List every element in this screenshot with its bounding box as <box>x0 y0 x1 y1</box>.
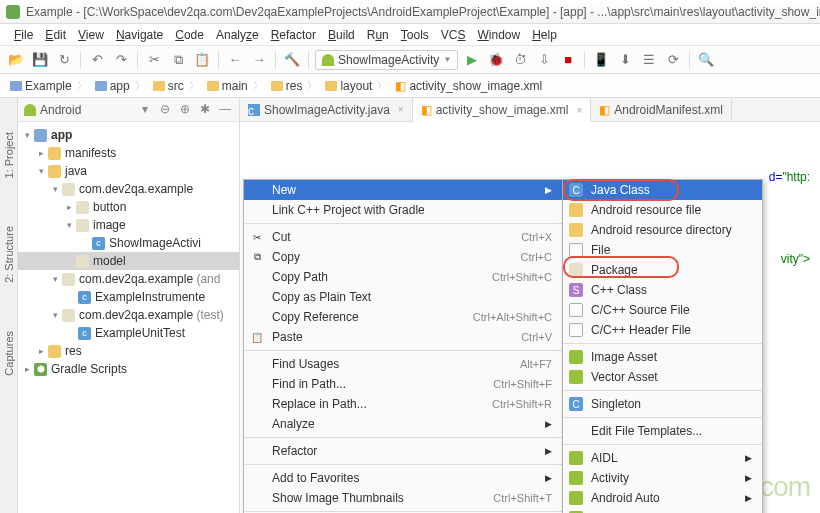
sub-folder[interactable]: Folder▶ <box>563 508 762 513</box>
sub-android-resource-dir[interactable]: Android resource directory <box>563 220 762 240</box>
tree-app[interactable]: ▾app <box>18 126 239 144</box>
sub-vector-asset[interactable]: Vector Asset <box>563 367 762 387</box>
panel-hide-icon[interactable]: — <box>217 102 233 118</box>
crumb-src[interactable]: src〉 <box>149 79 203 93</box>
run-icon[interactable]: ▶ <box>462 50 482 70</box>
ctx-refactor[interactable]: Refactor▶ <box>244 441 562 461</box>
panel-collapse-icon[interactable]: ⊖ <box>157 102 173 118</box>
tab-showimageactivity[interactable]: cShowImageActivity.java× <box>240 98 413 121</box>
avd-icon[interactable]: 📱 <box>591 50 611 70</box>
ctx-findinpath[interactable]: Find in Path...Ctrl+Shift+F <box>244 374 562 394</box>
ctx-copyplain[interactable]: Copy as Plain Text <box>244 287 562 307</box>
ctx-cut[interactable]: ✂CutCtrl+X <box>244 227 562 247</box>
tree-manifests[interactable]: ▸manifests <box>18 144 239 162</box>
tab-activity-show-image[interactable]: ◧activity_show_image.xml× <box>413 99 592 122</box>
tree-model[interactable]: model <box>18 252 239 270</box>
run-config-selector[interactable]: ShowImageActivity ▼ <box>315 50 458 70</box>
sub-singleton[interactable]: CSingleton <box>563 394 762 414</box>
menu-refactor[interactable]: Refactor <box>265 26 322 44</box>
cut-icon[interactable]: ✂ <box>144 50 164 70</box>
crumb-app[interactable]: app〉 <box>91 79 149 93</box>
menu-run[interactable]: Run <box>361 26 395 44</box>
panel-dropdown-icon[interactable]: ▾ <box>137 102 153 118</box>
menu-help[interactable]: Help <box>526 26 563 44</box>
menu-window[interactable]: Window <box>471 26 526 44</box>
ctx-findusages[interactable]: Find UsagesAlt+F7 <box>244 354 562 374</box>
crumb-main[interactable]: main〉 <box>203 79 267 93</box>
ctx-copyref[interactable]: Copy ReferenceCtrl+Alt+Shift+C <box>244 307 562 327</box>
menu-navigate[interactable]: Navigate <box>110 26 169 44</box>
tree-pkg2[interactable]: ▾com.dev2qa.example (and <box>18 270 239 288</box>
ctx-new[interactable]: New▶ <box>244 180 562 200</box>
attach-icon[interactable]: ⇩ <box>534 50 554 70</box>
crumb-example[interactable]: Example〉 <box>6 79 91 93</box>
gutter-project[interactable]: 1: Project <box>2 128 16 182</box>
gutter-captures[interactable]: Captures <box>2 327 16 380</box>
tree-res[interactable]: ▸res <box>18 342 239 360</box>
sub-image-asset[interactable]: Image Asset <box>563 347 762 367</box>
sub-java-class[interactable]: CJava Class <box>563 180 762 200</box>
sub-aidl[interactable]: AIDL▶ <box>563 448 762 468</box>
back-icon[interactable]: ← <box>225 50 245 70</box>
panel-gear-icon[interactable]: ✱ <box>197 102 213 118</box>
undo-icon[interactable]: ↶ <box>87 50 107 70</box>
profile-icon[interactable]: ⏱ <box>510 50 530 70</box>
gutter-structure[interactable]: 2: Structure <box>2 222 16 287</box>
sync-icon[interactable]: ↻ <box>54 50 74 70</box>
search-icon[interactable]: 🔍 <box>696 50 716 70</box>
ctx-copypath[interactable]: Copy PathCtrl+Shift+C <box>244 267 562 287</box>
tree-showimage[interactable]: cShowImageActivi <box>18 234 239 252</box>
make-icon[interactable]: 🔨 <box>282 50 302 70</box>
sub-cpp-source[interactable]: C/C++ Source File <box>563 300 762 320</box>
tree-java[interactable]: ▾java <box>18 162 239 180</box>
tree-image[interactable]: ▾image <box>18 216 239 234</box>
sub-cpp-header[interactable]: C/C++ Header File <box>563 320 762 340</box>
close-icon[interactable]: × <box>398 104 404 115</box>
tree-gradle[interactable]: ▸⬢Gradle Scripts <box>18 360 239 378</box>
ctx-showthumb[interactable]: Show Image ThumbnailsCtrl+Shift+T <box>244 488 562 508</box>
sub-cpp-class[interactable]: SC++ Class <box>563 280 762 300</box>
open-icon[interactable]: 📂 <box>6 50 26 70</box>
structure-icon[interactable]: ☰ <box>639 50 659 70</box>
debug-icon[interactable]: 🐞 <box>486 50 506 70</box>
sub-file[interactable]: File <box>563 240 762 260</box>
save-icon[interactable]: 💾 <box>30 50 50 70</box>
forward-icon[interactable]: → <box>249 50 269 70</box>
tab-androidmanifest[interactable]: ◧AndroidManifest.xml <box>591 98 732 121</box>
menu-edit[interactable]: Edit <box>39 26 72 44</box>
ctx-replaceinpath[interactable]: Replace in Path...Ctrl+Shift+R <box>244 394 562 414</box>
sub-activity[interactable]: Activity▶ <box>563 468 762 488</box>
tree-pkg3[interactable]: ▾com.dev2qa.example (test) <box>18 306 239 324</box>
ctx-addfav[interactable]: Add to Favorites▶ <box>244 468 562 488</box>
menu-view[interactable]: View <box>72 26 110 44</box>
ctx-paste[interactable]: 📋PasteCtrl+V <box>244 327 562 347</box>
paste-icon[interactable]: 📋 <box>192 50 212 70</box>
menu-file[interactable]: File <box>8 26 39 44</box>
crumb-layout[interactable]: layout〉 <box>321 79 391 93</box>
sdk-icon[interactable]: ⬇ <box>615 50 635 70</box>
menu-build[interactable]: Build <box>322 26 361 44</box>
sub-package[interactable]: Package <box>563 260 762 280</box>
ctx-copy[interactable]: ⧉CopyCtrl+C <box>244 247 562 267</box>
tree-button[interactable]: ▸button <box>18 198 239 216</box>
close-icon[interactable]: × <box>576 105 582 116</box>
menu-code[interactable]: Code <box>169 26 210 44</box>
ctx-linkcpp[interactable]: Link C++ Project with Gradle <box>244 200 562 220</box>
copy-icon[interactable]: ⧉ <box>168 50 188 70</box>
menu-tools[interactable]: Tools <box>395 26 435 44</box>
menu-vcs[interactable]: VCS <box>435 26 472 44</box>
tree-pkg1[interactable]: ▾com.dev2qa.example <box>18 180 239 198</box>
crumb-res[interactable]: res〉 <box>267 79 322 93</box>
panel-target-icon[interactable]: ⊕ <box>177 102 193 118</box>
sub-android-resource-file[interactable]: Android resource file <box>563 200 762 220</box>
crumb-file[interactable]: ◧activity_show_image.xml <box>391 79 546 93</box>
menu-analyze[interactable]: Analyze <box>210 26 265 44</box>
stop-icon[interactable]: ■ <box>558 50 578 70</box>
sync2-icon[interactable]: ⟳ <box>663 50 683 70</box>
tree-exinst[interactable]: cExampleInstrumente <box>18 288 239 306</box>
sub-android-auto[interactable]: Android Auto▶ <box>563 488 762 508</box>
redo-icon[interactable]: ↷ <box>111 50 131 70</box>
ctx-analyze[interactable]: Analyze▶ <box>244 414 562 434</box>
tree-exunit[interactable]: cExampleUnitTest <box>18 324 239 342</box>
sub-edit-templates[interactable]: Edit File Templates... <box>563 421 762 441</box>
